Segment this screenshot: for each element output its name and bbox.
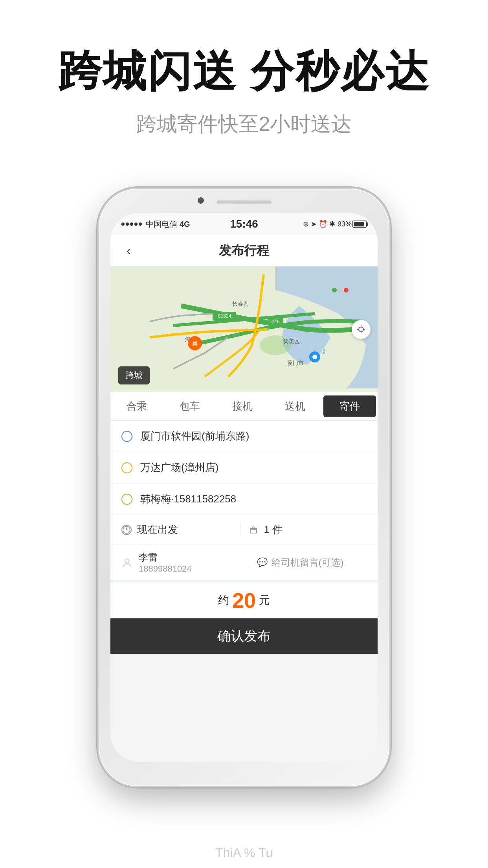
carrier-label: 中国电信	[146, 219, 177, 230]
package-icon	[248, 525, 259, 535]
location-button[interactable]	[352, 320, 371, 339]
user-icon	[121, 557, 132, 568]
depart-half[interactable]: 现在出发	[121, 523, 240, 537]
time-display: 15:46	[230, 218, 258, 230]
submit-button[interactable]: 确认发布	[110, 618, 378, 654]
map-svg: S1524 G15 长泰县 漳州 集美区 厦门市 起 终	[110, 267, 378, 392]
depart-package-row: 现在出发 1 件	[110, 515, 378, 545]
form-area: 厦门市软件园(前埔东路) 万达广场(漳州店) 韩梅梅·15811582258	[110, 421, 378, 581]
svg-point-11	[312, 355, 317, 359]
crosshair-icon	[356, 325, 366, 334]
tab-pickup-label: 接机	[232, 399, 253, 413]
hero-title: 跨城闪送 分秒必达	[0, 47, 488, 95]
price-prefix: 约	[218, 593, 229, 608]
map-badge: 跨城	[118, 366, 150, 384]
watermark: ThiA % Tu	[215, 846, 273, 860]
signal-dot-3	[130, 223, 133, 226]
origin-text: 厦门市软件园(前埔东路)	[140, 429, 249, 443]
phone-device: 中国电信 4G 15:46 ⊕ ➤ ⏰ ✱ 93% ‹ 发布行程	[99, 189, 389, 786]
status-left: 中国电信 4G	[121, 219, 190, 230]
svg-rect-26	[250, 528, 257, 533]
package-half[interactable]: 1 件	[240, 523, 367, 537]
signal-dot-1	[121, 223, 125, 226]
battery-fill	[354, 222, 364, 226]
price-unit: 元	[259, 593, 270, 608]
signal-dots	[121, 223, 142, 226]
svg-text:终: 终	[192, 341, 198, 347]
svg-point-27	[125, 559, 129, 563]
network-label: 4G	[180, 220, 190, 229]
user-row[interactable]: 李雷 18899881024 💬 给司机留言(可选)	[110, 545, 378, 581]
price-bar: 约 20 元	[110, 581, 378, 618]
destination-text: 万达广场(漳州店)	[140, 461, 218, 474]
battery-percent: 93%	[338, 220, 352, 228]
origin-row[interactable]: 厦门市软件园(前埔东路)	[110, 421, 378, 452]
phone-camera	[198, 197, 204, 204]
battery-container: 93%	[338, 220, 367, 228]
back-icon: ‹	[127, 243, 131, 258]
svg-point-15	[332, 288, 337, 292]
hero-subtitle: 跨城寄件快至2小时送达	[0, 110, 488, 138]
user-phone: 18899881024	[139, 564, 249, 574]
contact-row[interactable]: 韩梅梅·15811582258	[110, 484, 378, 515]
contact-icon	[121, 494, 132, 505]
destination-icon	[121, 462, 132, 473]
status-right: ⊕ ➤ ⏰ ✱ 93%	[303, 220, 367, 228]
svg-text:长泰县: 长泰县	[232, 301, 249, 307]
clock-icon	[121, 525, 132, 535]
svg-point-17	[344, 288, 349, 292]
signal-dot-5	[139, 223, 142, 226]
svg-text:厦门市: 厦门市	[287, 360, 304, 366]
svg-point-16	[338, 288, 343, 292]
origin-icon	[121, 431, 132, 442]
svg-text:集美区: 集美区	[283, 338, 300, 344]
tab-charter[interactable]: 包车	[163, 392, 216, 420]
tab-bar: 合乘 包车 接机 送机 寄件	[110, 392, 378, 421]
user-name: 李雷	[139, 551, 249, 564]
tab-carpool-label: 合乘	[127, 399, 147, 413]
nav-title: 发布行程	[219, 242, 269, 259]
svg-text:G15: G15	[272, 319, 280, 324]
phone-screen: 中国电信 4G 15:46 ⊕ ➤ ⏰ ✱ 93% ‹ 发布行程	[110, 213, 378, 762]
svg-text:起: 起	[321, 349, 325, 354]
signal-dot-2	[126, 223, 129, 226]
hero-section: 跨城闪送 分秒必达 跨城寄件快至2小时送达	[0, 0, 488, 138]
back-button[interactable]: ‹	[117, 239, 140, 263]
depart-time-text: 现在出发	[137, 523, 178, 537]
status-bar: 中国电信 4G 15:46 ⊕ ➤ ⏰ ✱ 93%	[110, 213, 378, 235]
map-area[interactable]: S1524 G15 长泰县 漳州 集美区 厦门市 起 终	[110, 267, 378, 392]
contact-text: 韩梅梅·15811582258	[140, 492, 236, 506]
nav-bar: ‹ 发布行程	[110, 235, 378, 267]
svg-point-18	[359, 327, 363, 332]
battery-icon	[352, 221, 367, 228]
tab-carpool[interactable]: 合乘	[110, 392, 163, 420]
package-count-text: 1 件	[264, 523, 283, 537]
signal-dot-4	[134, 223, 138, 226]
status-icons: ⊕ ➤ ⏰ ✱	[303, 220, 335, 228]
user-info: 李雷 18899881024	[139, 551, 249, 574]
tab-parcel-label: 寄件	[339, 399, 360, 413]
comment-placeholder: 给司机留言(可选)	[272, 556, 344, 569]
comment-area[interactable]: 💬 给司机留言(可选)	[249, 556, 367, 569]
price-amount: 20	[232, 588, 256, 612]
tab-parcel[interactable]: 寄件	[323, 395, 376, 417]
phone-speaker	[216, 200, 272, 204]
comment-icon: 💬	[257, 557, 268, 568]
destination-row[interactable]: 万达广场(漳州店)	[110, 452, 378, 484]
tab-pickup[interactable]: 接机	[216, 392, 269, 420]
submit-label: 确认发布	[217, 627, 271, 645]
tab-charter-label: 包车	[180, 399, 200, 413]
svg-text:S1524: S1524	[218, 313, 231, 319]
tab-sendoff[interactable]: 送机	[269, 392, 321, 420]
tab-sendoff-label: 送机	[285, 399, 305, 413]
